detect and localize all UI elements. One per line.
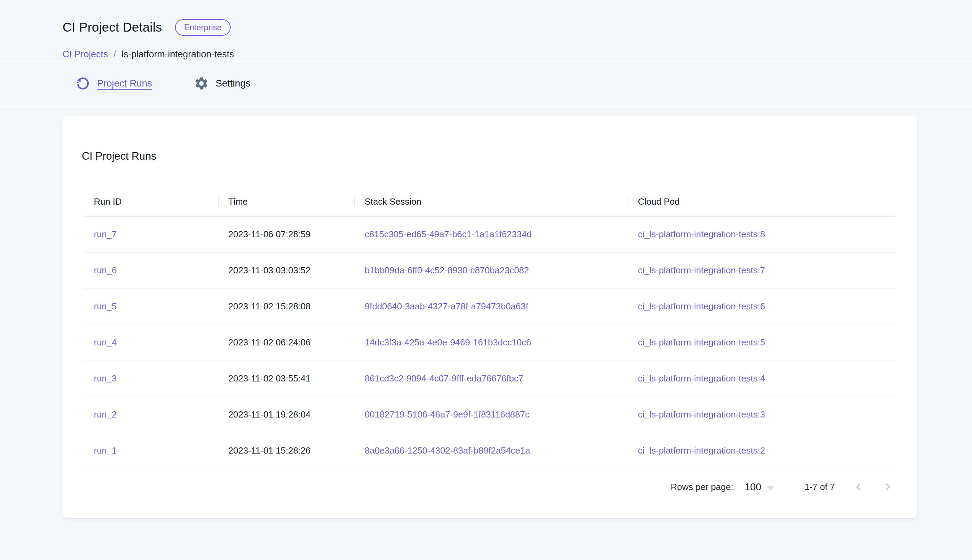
cloud-pod-link[interactable]: ci_ls-platform-integration-tests:2 [638, 445, 765, 456]
cloud-pod-link[interactable]: ci_ls-platform-integration-tests:4 [638, 373, 765, 383]
cloud-pod-link[interactable]: ci_ls-platform-integration-tests:6 [638, 301, 765, 312]
run-id-link[interactable]: run_4 [94, 337, 117, 347]
gear-icon [194, 76, 209, 91]
pagination-range: 1-7 of 7 [805, 482, 835, 492]
run-time: 2023-11-01 15:28:26 [218, 445, 355, 456]
page-header: CI Project Details Enterprise CI Project… [0, 0, 972, 61]
rows-per-page-label: Rows per page: [671, 482, 733, 492]
history-refresh-icon [75, 76, 90, 91]
run-time: 2023-11-01 19:28:04 [218, 409, 355, 420]
table-pagination: Rows per page: 100 1-7 of 7 [84, 469, 896, 505]
column-header-stack-session[interactable]: Stack Session [355, 187, 627, 216]
breadcrumb-separator: / [114, 49, 116, 60]
column-header-time[interactable]: Time [218, 187, 355, 216]
page-title: CI Project Details [62, 20, 162, 35]
runs-table: Run ID Time Stack Session Cloud Pod run_… [84, 187, 896, 505]
pager-buttons [850, 478, 896, 495]
stack-session-link[interactable]: c815c305-ed65-49a7-b6c1-1a1a1f62334d [365, 229, 532, 239]
tab-project-runs[interactable]: Project Runs [75, 76, 152, 91]
run-id-link[interactable]: run_2 [94, 409, 117, 420]
run-id-link[interactable]: run_7 [94, 229, 117, 239]
stack-session-link[interactable]: 00182719-5106-46a7-9e9f-1f83116d887c [365, 409, 530, 420]
caret-down-icon [767, 486, 775, 491]
breadcrumb-current: ls-platform-integration-tests [122, 49, 234, 60]
rows-per-page-select[interactable]: 100 [744, 482, 774, 492]
table-row: run_3 2023-11-02 03:55:41 861cd3c2-9094-… [84, 361, 896, 397]
chevron-left-icon [852, 481, 864, 493]
stack-session-link[interactable]: 8a0e3a66-1250-4302-83af-b89f2a54ce1a [365, 445, 530, 456]
tab-settings-label: Settings [216, 78, 250, 89]
run-time: 2023-11-03 03:03:52 [218, 265, 355, 276]
table-row: run_1 2023-11-01 15:28:26 8a0e3a66-1250-… [84, 433, 896, 469]
table-row: run_4 2023-11-02 06:24:06 14dc3f3a-425a-… [84, 325, 896, 361]
ci-project-runs-card: CI Project Runs Run ID Time Stack Sessio… [62, 116, 917, 518]
run-time: 2023-11-02 03:55:41 [218, 373, 355, 384]
next-page-button[interactable] [880, 478, 896, 495]
table-row: run_5 2023-11-02 15:28:08 9fdd0640-3aab-… [84, 289, 896, 325]
column-header-run-id[interactable]: Run ID [84, 187, 218, 216]
run-id-link[interactable]: run_6 [94, 265, 117, 275]
table-row: run_6 2023-11-03 03:03:52 b1bb09da-6ff0-… [84, 253, 896, 289]
run-id-link[interactable]: run_5 [94, 301, 117, 312]
table-row: run_7 2023-11-06 07:28:59 c815c305-ed65-… [84, 217, 896, 253]
run-time: 2023-11-02 15:28:08 [218, 301, 355, 312]
tab-bar: Project Runs Settings [0, 61, 972, 106]
chevron-right-icon [882, 481, 893, 493]
run-time: 2023-11-02 06:24:06 [218, 337, 355, 348]
breadcrumb-link-ci-projects[interactable]: CI Projects [62, 49, 108, 60]
run-time: 2023-11-06 07:28:59 [218, 229, 355, 240]
previous-page-button[interactable] [850, 478, 867, 495]
card-title: CI Project Runs [82, 150, 917, 162]
tab-settings[interactable]: Settings [194, 76, 250, 91]
tab-project-runs-label: Project Runs [97, 78, 152, 89]
column-header-cloud-pod[interactable]: Cloud Pod [627, 187, 896, 216]
main-content: CI Project Runs Run ID Time Stack Sessio… [0, 106, 972, 518]
stack-session-link[interactable]: b1bb09da-6ff0-4c52-8930-c870ba23c082 [365, 265, 529, 275]
enterprise-badge: Enterprise [175, 19, 230, 36]
table-row: run_2 2023-11-01 19:28:04 00182719-5106-… [84, 397, 896, 433]
rows-per-page-value: 100 [744, 482, 761, 492]
table-header-row: Run ID Time Stack Session Cloud Pod [84, 187, 896, 217]
stack-session-link[interactable]: 9fdd0640-3aab-4327-a78f-a79473b0a63f [365, 301, 528, 312]
run-id-link[interactable]: run_3 [94, 373, 117, 383]
breadcrumb: CI Projects / ls-platform-integration-te… [62, 49, 972, 60]
stack-session-link[interactable]: 14dc3f3a-425a-4e0e-9469-161b3dcc10c6 [365, 337, 531, 347]
title-row: CI Project Details Enterprise [62, 12, 972, 43]
run-id-link[interactable]: run_1 [94, 445, 117, 456]
cloud-pod-link[interactable]: ci_ls-platform-integration-tests:8 [638, 229, 765, 239]
cloud-pod-link[interactable]: ci_ls-platform-integration-tests:5 [638, 337, 765, 347]
cloud-pod-link[interactable]: ci_ls-platform-integration-tests:7 [638, 265, 765, 275]
cloud-pod-link[interactable]: ci_ls-platform-integration-tests:3 [638, 409, 765, 420]
stack-session-link[interactable]: 861cd3c2-9094-4c07-9fff-eda76676fbc7 [365, 373, 524, 383]
